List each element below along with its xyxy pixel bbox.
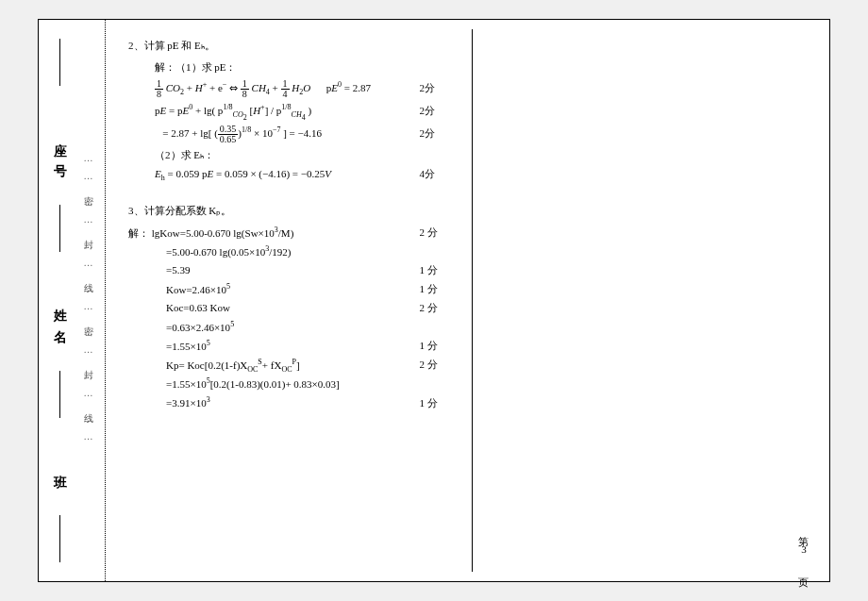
score: 1 分 [420,339,458,353]
score: 2 分 [420,301,458,315]
equation-line: 解： lgKow=5.00-0.670 lg(Sw×103/M) 2 分 [128,225,458,241]
label-class: 班 [52,456,69,478]
formula: =1.55×105 [166,339,420,352]
formula: Koc=0.63 Kow [166,302,420,313]
spacer [128,187,458,204]
formula: =0.63×2.46×105 [166,320,420,333]
formula: =3.91×103 [166,395,420,409]
formula: pE = pE0 + lg( p1/8CO2 [H+] / p1/8CH4 ) [155,103,420,121]
problem3-title: 3、计算分配系数 Kₚ。 [128,204,458,218]
formula: 解： lgKow=5.00-0.670 lg(Sw×103/M) [128,225,420,241]
score: 2 分 [420,358,458,372]
formula: =5.39 [166,264,420,275]
text: （2）求 Eₕ： [155,148,214,162]
equation-line: = 2.87 + lg[ (0.350.65)1/8 × 10−7 ] = −4… [155,125,458,144]
page-container: 座 号 姓 名 班 ……密……封……线……密……封……线…… 2、计算 pE 和… [38,19,830,582]
score: 2分 [420,126,458,141]
label-name: 姓 名 [52,289,69,333]
equation-line: Kow=2.46×105 1 分 [166,282,458,297]
binding-dotted-line [105,20,106,581]
formula: =1.55×105[0.2(1-0.83)(0.01)+ 0.83×0.03] [166,376,420,390]
equation-line: =0.63×2.46×105 [166,320,458,335]
formula: Kow=2.46×105 [166,282,420,295]
score: 2分 [420,104,458,118]
equation-line: =3.91×103 1 分 [166,395,458,410]
label-line [59,371,60,418]
equation-line: Kp= Koc[0.2(1-f)XOCS+ fXOCP] 2 分 [166,358,458,374]
sol-label: 解： [128,226,149,238]
score: 4分 [420,167,458,181]
solution-label: （2）求 Eₕ： [155,148,458,163]
vertical-labels: 座 号 姓 名 班 [39,20,81,581]
formula: 18 CO2 + H+ + e− ⇔ 18 CH4 + 14 H2O pE0 =… [155,79,420,99]
formula: = 2.87 + lg[ (0.350.65)1/8 × 10−7 ] = −4… [155,125,420,144]
solution-label: 解：（1）求 pE： [155,60,458,75]
left-column: 2、计算 pE 和 Eₕ。 解：（1）求 pE： 18 CO2 + H+ + e… [114,20,472,581]
label-line [59,205,60,252]
page-number: 第 3 页 [796,528,810,572]
binding-margin: 座 号 姓 名 班 ……密……封……线……密……封……线…… [39,20,114,581]
text: 解：（1）求 pE： [155,60,236,75]
label-line [59,515,60,562]
formula: Eh = 0.059 pE = 0.059 × (−4.16) = −0.25V [155,168,420,182]
label-line [59,39,60,86]
score: 1 分 [420,282,458,296]
score: 2 分 [420,225,458,240]
score: 1 分 [420,263,458,277]
content-area: 2、计算 pE 和 Eₕ。 解：（1）求 pE： 18 CO2 + H+ + e… [114,20,829,581]
equation-line: 18 CO2 + H+ + e− ⇔ 18 CH4 + 14 H2O pE0 =… [155,79,458,99]
score: 1 分 [420,396,458,410]
label-seat: 座 号 [52,123,69,167]
problem2-body: 解：（1）求 pE： 18 CO2 + H+ + e− ⇔ 18 CH4 + 1… [155,60,458,183]
right-column: 第 3 页 [473,20,830,581]
formula: =5.00-0.670 lg(0.05×103/192) [166,244,420,258]
problem2-title: 2、计算 pE 和 Eₕ。 [128,39,458,53]
equation-line: Eh = 0.059 pE = 0.059 × (−4.16) = −0.25V… [155,167,458,182]
formula: Kp= Koc[0.2(1-f)XOCS+ fXOCP] [166,358,420,374]
equation-line: =1.55×105[0.2(1-0.83)(0.01)+ 0.83×0.03] [166,376,458,392]
score: 2分 [420,81,458,95]
equation-line: =5.00-0.670 lg(0.05×103/192) [166,244,458,259]
equation-line: pE = pE0 + lg( p1/8CO2 [H+] / p1/8CH4 ) … [155,103,458,121]
equation-line: Koc=0.63 Kow 2 分 [166,301,458,316]
equation-line: =1.55×105 1 分 [166,339,458,354]
equation-line: =5.39 1 分 [166,263,458,278]
binding-seal-text: ……密……封……线……密……封……线…… [81,20,94,581]
problem3-body: 解： lgKow=5.00-0.670 lg(Sw×103/M) 2 分 =5.… [128,225,458,411]
